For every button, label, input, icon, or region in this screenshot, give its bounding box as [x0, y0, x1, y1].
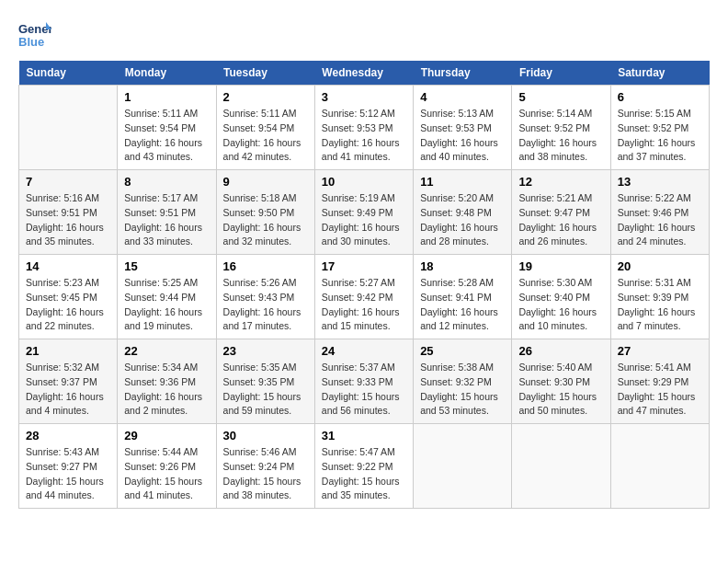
- calendar-cell: 12Sunrise: 5:21 AMSunset: 9:47 PMDayligh…: [512, 170, 610, 255]
- cell-sun-info: Sunrise: 5:12 AMSunset: 9:53 PMDaylight:…: [322, 107, 406, 165]
- logo: General Blue: [18, 18, 51, 52]
- calendar-cell: 31Sunrise: 5:47 AMSunset: 9:22 PMDayligh…: [314, 424, 413, 509]
- calendar-cell: 16Sunrise: 5:26 AMSunset: 9:43 PMDayligh…: [216, 255, 314, 339]
- calendar-cell: [610, 424, 709, 509]
- day-number: 12: [518, 175, 603, 189]
- calendar-cell: 30Sunrise: 5:46 AMSunset: 9:24 PMDayligh…: [216, 424, 314, 509]
- calendar-week-row: 1Sunrise: 5:11 AMSunset: 9:54 PMDaylight…: [19, 86, 710, 170]
- calendar-cell: [414, 424, 512, 509]
- calendar-cell: 3Sunrise: 5:12 AMSunset: 9:53 PMDaylight…: [314, 86, 413, 170]
- day-number: 27: [618, 344, 702, 358]
- calendar-week-row: 7Sunrise: 5:16 AMSunset: 9:51 PMDaylight…: [19, 170, 710, 255]
- cell-sun-info: Sunrise: 5:28 AMSunset: 9:41 PMDaylight:…: [420, 276, 505, 334]
- calendar-cell: 15Sunrise: 5:25 AMSunset: 9:44 PMDayligh…: [118, 255, 216, 339]
- cell-sun-info: Sunrise: 5:21 AMSunset: 9:47 PMDaylight:…: [518, 191, 603, 249]
- calendar-cell: 25Sunrise: 5:38 AMSunset: 9:32 PMDayligh…: [414, 339, 512, 424]
- calendar-cell: 13Sunrise: 5:22 AMSunset: 9:46 PMDayligh…: [610, 170, 709, 255]
- cell-sun-info: Sunrise: 5:32 AMSunset: 9:37 PMDaylight:…: [26, 361, 110, 419]
- calendar-cell: 19Sunrise: 5:30 AMSunset: 9:40 PMDayligh…: [512, 255, 610, 339]
- day-number: 4: [420, 90, 505, 104]
- calendar-cell: 9Sunrise: 5:18 AMSunset: 9:50 PMDaylight…: [216, 170, 314, 255]
- calendar-cell: 27Sunrise: 5:41 AMSunset: 9:29 PMDayligh…: [610, 339, 709, 424]
- calendar-table: SundayMondayTuesdayWednesdayThursdayFrid…: [18, 61, 710, 509]
- cell-sun-info: Sunrise: 5:18 AMSunset: 9:50 PMDaylight:…: [223, 191, 308, 249]
- weekday-header-cell: Tuesday: [216, 61, 314, 86]
- day-number: 5: [518, 90, 603, 104]
- calendar-cell: 4Sunrise: 5:13 AMSunset: 9:53 PMDaylight…: [414, 86, 512, 170]
- calendar-body: 1Sunrise: 5:11 AMSunset: 9:54 PMDaylight…: [19, 86, 710, 509]
- calendar-cell: 10Sunrise: 5:19 AMSunset: 9:49 PMDayligh…: [314, 170, 413, 255]
- calendar-cell: 28Sunrise: 5:43 AMSunset: 9:27 PMDayligh…: [19, 424, 118, 509]
- day-number: 20: [618, 259, 702, 273]
- day-number: 2: [223, 90, 308, 104]
- cell-sun-info: Sunrise: 5:20 AMSunset: 9:48 PMDaylight:…: [420, 191, 505, 249]
- svg-text:Blue: Blue: [18, 35, 44, 49]
- day-number: 6: [618, 90, 702, 104]
- cell-sun-info: Sunrise: 5:40 AMSunset: 9:30 PMDaylight:…: [518, 361, 603, 419]
- weekday-header-cell: Wednesday: [314, 61, 413, 86]
- day-number: 31: [322, 429, 406, 442]
- calendar-cell: 7Sunrise: 5:16 AMSunset: 9:51 PMDaylight…: [19, 170, 118, 255]
- cell-sun-info: Sunrise: 5:30 AMSunset: 9:40 PMDaylight:…: [518, 276, 603, 334]
- cell-sun-info: Sunrise: 5:14 AMSunset: 9:52 PMDaylight:…: [518, 107, 603, 165]
- day-number: 3: [322, 90, 406, 104]
- day-number: 26: [518, 344, 603, 358]
- weekday-header-cell: Monday: [118, 61, 216, 86]
- calendar-cell: 18Sunrise: 5:28 AMSunset: 9:41 PMDayligh…: [414, 255, 512, 339]
- day-number: 17: [322, 259, 406, 273]
- day-number: 28: [26, 429, 110, 442]
- cell-sun-info: Sunrise: 5:41 AMSunset: 9:29 PMDaylight:…: [618, 361, 702, 419]
- calendar-cell: [512, 424, 610, 509]
- calendar-cell: 17Sunrise: 5:27 AMSunset: 9:42 PMDayligh…: [314, 255, 413, 339]
- day-number: 16: [223, 259, 308, 273]
- calendar-cell: 14Sunrise: 5:23 AMSunset: 9:45 PMDayligh…: [19, 255, 118, 339]
- day-number: 18: [420, 259, 505, 273]
- calendar-cell: 11Sunrise: 5:20 AMSunset: 9:48 PMDayligh…: [414, 170, 512, 255]
- calendar-cell: 23Sunrise: 5:35 AMSunset: 9:35 PMDayligh…: [216, 339, 314, 424]
- day-number: 10: [322, 175, 406, 189]
- cell-sun-info: Sunrise: 5:47 AMSunset: 9:22 PMDaylight:…: [322, 445, 406, 503]
- day-number: 8: [124, 175, 209, 189]
- day-number: 15: [124, 259, 209, 273]
- cell-sun-info: Sunrise: 5:35 AMSunset: 9:35 PMDaylight:…: [223, 361, 308, 419]
- calendar-cell: 29Sunrise: 5:44 AMSunset: 9:26 PMDayligh…: [118, 424, 216, 509]
- calendar-week-row: 14Sunrise: 5:23 AMSunset: 9:45 PMDayligh…: [19, 255, 710, 339]
- cell-sun-info: Sunrise: 5:15 AMSunset: 9:52 PMDaylight:…: [618, 107, 702, 165]
- cell-sun-info: Sunrise: 5:25 AMSunset: 9:44 PMDaylight:…: [124, 276, 209, 334]
- cell-sun-info: Sunrise: 5:43 AMSunset: 9:27 PMDaylight:…: [26, 445, 110, 503]
- cell-sun-info: Sunrise: 5:34 AMSunset: 9:36 PMDaylight:…: [124, 361, 209, 419]
- calendar-cell: 2Sunrise: 5:11 AMSunset: 9:54 PMDaylight…: [216, 86, 314, 170]
- day-number: 14: [26, 259, 110, 273]
- day-number: 7: [26, 175, 110, 189]
- cell-sun-info: Sunrise: 5:23 AMSunset: 9:45 PMDaylight:…: [26, 276, 110, 334]
- cell-sun-info: Sunrise: 5:11 AMSunset: 9:54 PMDaylight:…: [124, 107, 209, 165]
- day-number: 24: [322, 344, 406, 358]
- calendar-cell: 24Sunrise: 5:37 AMSunset: 9:33 PMDayligh…: [314, 339, 413, 424]
- day-number: 22: [124, 344, 209, 358]
- calendar-cell: 6Sunrise: 5:15 AMSunset: 9:52 PMDaylight…: [610, 86, 709, 170]
- day-number: 1: [124, 90, 209, 104]
- calendar-week-row: 21Sunrise: 5:32 AMSunset: 9:37 PMDayligh…: [19, 339, 710, 424]
- weekday-header-row: SundayMondayTuesdayWednesdayThursdayFrid…: [19, 61, 710, 86]
- calendar-cell: 21Sunrise: 5:32 AMSunset: 9:37 PMDayligh…: [19, 339, 118, 424]
- day-number: 9: [223, 175, 308, 189]
- weekday-header-cell: Thursday: [414, 61, 512, 86]
- cell-sun-info: Sunrise: 5:38 AMSunset: 9:32 PMDaylight:…: [420, 361, 505, 419]
- cell-sun-info: Sunrise: 5:44 AMSunset: 9:26 PMDaylight:…: [124, 445, 209, 503]
- calendar-week-row: 28Sunrise: 5:43 AMSunset: 9:27 PMDayligh…: [19, 424, 710, 509]
- cell-sun-info: Sunrise: 5:46 AMSunset: 9:24 PMDaylight:…: [223, 445, 308, 503]
- day-number: 23: [223, 344, 308, 358]
- cell-sun-info: Sunrise: 5:13 AMSunset: 9:53 PMDaylight:…: [420, 107, 505, 165]
- cell-sun-info: Sunrise: 5:27 AMSunset: 9:42 PMDaylight:…: [322, 276, 406, 334]
- day-number: 19: [518, 259, 603, 273]
- weekday-header-cell: Saturday: [610, 61, 709, 86]
- day-number: 30: [223, 429, 308, 442]
- day-number: 25: [420, 344, 505, 358]
- calendar-cell: [19, 86, 118, 170]
- day-number: 11: [420, 175, 505, 189]
- day-number: 29: [124, 429, 209, 442]
- cell-sun-info: Sunrise: 5:17 AMSunset: 9:51 PMDaylight:…: [124, 191, 209, 249]
- cell-sun-info: Sunrise: 5:37 AMSunset: 9:33 PMDaylight:…: [322, 361, 406, 419]
- cell-sun-info: Sunrise: 5:26 AMSunset: 9:43 PMDaylight:…: [223, 276, 308, 334]
- day-number: 21: [26, 344, 110, 358]
